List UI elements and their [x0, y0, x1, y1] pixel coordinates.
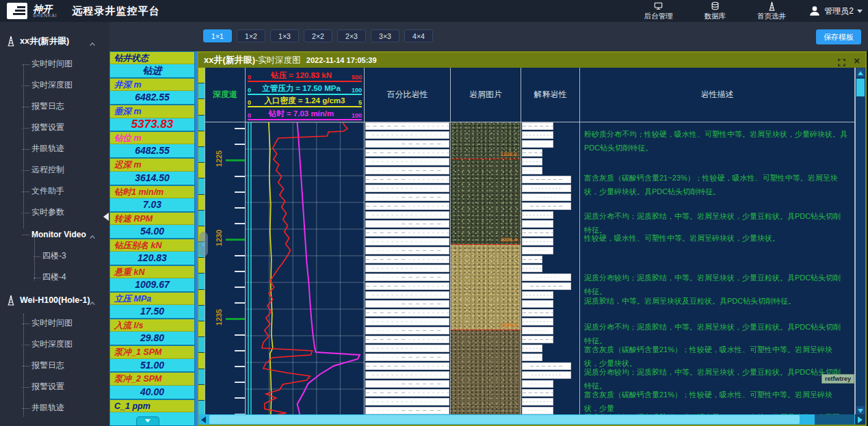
- tree-item[interactable]: 报警日志: [0, 355, 109, 376]
- tree-guide-line: [34, 235, 35, 280]
- depth-label: 1230: [215, 230, 223, 246]
- nav-label: 后台管理: [644, 12, 673, 21]
- save-template-button[interactable]: 保存模板: [816, 29, 861, 44]
- tree-item[interactable]: 实时时间图: [0, 312, 109, 334]
- nav-后台管理[interactable]: 后台管理: [644, 1, 673, 21]
- tree-item-label: 井眼轨迹: [31, 143, 64, 155]
- parameter-row: 钻井状态钻进: [110, 52, 194, 79]
- depth-tick-minor: [235, 271, 245, 272]
- interpreted-lithology-bar: - - - - - - - - -: [522, 238, 553, 245]
- layout-button-2×2[interactable]: 2×2: [304, 29, 332, 42]
- nav-数据库[interactable]: 数据库: [705, 1, 726, 21]
- curve-legend-row[interactable]: 0入口密度 = 1.24 g/cm35: [248, 95, 362, 108]
- layout-button-1×3[interactable]: 1×3: [270, 29, 299, 42]
- tree-item[interactable]: 报警设置: [0, 376, 109, 397]
- percent-lithology-row: — — — — — — - - - - - - - - -: [365, 282, 449, 290]
- interpreted-lithology-bar: · · · · · ·: [522, 220, 553, 228]
- parameter-label: 垂深 m: [110, 105, 194, 118]
- tree-item[interactable]: 四楼-3: [0, 245, 109, 267]
- lithology-description-body: 粉砂质分布不均；性较硬，吸水性、可塑性中等。岩屑呈块状，少量碎块状。具PDC钻头…: [580, 122, 854, 416]
- lithology-description-text: 泥质胶结，中等。岩屑呈块状及豆粒状。具PDC钻头切削特征。: [584, 295, 847, 308]
- curve-legend-row[interactable]: 0立管压力 = 17.50 MPa100: [248, 82, 362, 95]
- percent-lithology-row: — — — — — — - - - - - - - - -: [365, 229, 449, 237]
- parameter-value: 54.00: [110, 225, 194, 239]
- tree-item[interactable]: 实时时间图: [0, 53, 109, 75]
- tree-item[interactable]: 远程控制: [0, 159, 109, 181]
- chevron-up-icon[interactable]: [89, 39, 96, 44]
- tree-item-label: 报警日志: [31, 360, 64, 371]
- interpreted-lithology-bar: · · · · · ·: [522, 274, 571, 281]
- layout-button-4×4[interactable]: 4×4: [404, 29, 433, 42]
- percent-lithology-row: — — — — — — - - - - - - - - -: [365, 149, 449, 157]
- tree-item-label: 报警日志: [31, 101, 64, 112]
- parameter-row: 钻位 m6482.55: [110, 132, 194, 159]
- interpreted-lithology-bar: — — — — — —: [522, 122, 553, 130]
- layout-button-3×3[interactable]: 3×3: [371, 29, 399, 42]
- horizontal-scroll-track-end: [815, 414, 854, 425]
- app-root: 神开 SHENKAI 远程录井监控平台 后台管理数据库首页选井 管理员2 xx井…: [0, 0, 868, 426]
- expand-icon[interactable]: [838, 57, 845, 64]
- user-menu[interactable]: 管理员2: [808, 0, 863, 22]
- tree-item[interactable]: 井眼轨迹: [0, 138, 109, 159]
- scroll-right-icon[interactable]: [855, 414, 865, 425]
- chevron-up-icon[interactable]: [89, 232, 96, 237]
- horizontal-scrollbar[interactable]: [198, 414, 865, 425]
- interpreted-lithology-bar: — — — — — —: [522, 149, 542, 157]
- percent-lithology-row: - - - - - - - - - · · · · · ·: [365, 131, 449, 139]
- tree-item-label: 文件助手: [31, 185, 64, 197]
- tree-item[interactable]: 四楼-4: [0, 267, 109, 288]
- chevron-up-icon[interactable]: [89, 298, 96, 303]
- percent-lithology-row: · · · · · · — — — — — —: [365, 407, 449, 414]
- horizontal-scroll-thumb[interactable]: [209, 415, 800, 424]
- tree-item[interactable]: 文件助手: [0, 181, 109, 202]
- sidebar-collapse-arrow[interactable]: [103, 213, 109, 221]
- interpreted-lithology-bar: · · · · · ·: [522, 327, 553, 334]
- percent-lithology-row: · · · · · · — — — — — —: [365, 167, 449, 174]
- tree-item[interactable]: 实时参数: [0, 202, 109, 223]
- depth-track-body: 122512301235: [205, 122, 245, 416]
- tree-item-label: 报警设置: [31, 122, 64, 133]
- tree-item[interactable]: 实时深度图: [0, 334, 109, 355]
- depth-tick-major: [226, 318, 245, 320]
- layout-button-1×2[interactable]: 1×2: [237, 29, 265, 42]
- curve-legend-row[interactable]: 0钻时 = 7.03 min/m100: [248, 107, 362, 120]
- sample-depth-label: 1231.4: [501, 237, 517, 243]
- interpreted-lithology-bar: · · · · · ·: [522, 300, 553, 308]
- curve-legend-row[interactable]: 0钻压 = 120.83 kN500: [248, 69, 362, 82]
- parameter-row: 泵冲_1 SPM51.00: [110, 346, 194, 373]
- depth-tick-major: [226, 239, 245, 241]
- percent-lithology-row: — — — — — — - - - - - - - - -: [365, 176, 449, 183]
- percent-lithology-row: — — — — — — - - - - - - - - -: [365, 202, 449, 210]
- interpreted-lithology-bar: — — — — — —: [522, 309, 553, 317]
- parameter-dropdown-tab[interactable]: [136, 416, 159, 425]
- panel-collapse-handle[interactable]: ‹: [199, 232, 208, 256]
- parameter-row: 入流 l/s29.80: [110, 319, 194, 346]
- tree-item-label: 四楼-4: [42, 271, 66, 283]
- chart-window-titlebar: xx井(新井眼) -实时深度图 2022-11-14 17:05:39 ×: [198, 53, 865, 68]
- parameter-label: 转速 RPM: [110, 213, 194, 225]
- tree-item[interactable]: Monitor Video: [0, 223, 109, 245]
- vertical-scroll-thumb[interactable]: [856, 79, 865, 96]
- tree-item[interactable]: xx井(新井眼): [0, 29, 109, 53]
- percent-lithology-row: - - - - - - - - - · · · · · ·: [365, 265, 449, 272]
- scroll-left-icon[interactable]: [198, 414, 209, 425]
- vertical-scrollbar[interactable]: [855, 68, 865, 416]
- tree-item[interactable]: 井眼轨迹: [0, 397, 109, 418]
- close-icon[interactable]: ×: [854, 55, 860, 66]
- tree-item[interactable]: 实时深度图: [0, 75, 109, 96]
- column-interpreted-lithology: 解释岩性 — — — — — —- - - - - - - - -· · · ·…: [521, 68, 580, 416]
- tree-item-label: 远程控制: [31, 164, 64, 176]
- percent-lithology-row: - - - - - - - - - · · · · · ·: [365, 371, 449, 379]
- depth-tick-minor: [235, 207, 245, 209]
- parameter-row: 钻压别名 kN120.83: [110, 239, 194, 266]
- tree-item[interactable]: 报警设置: [0, 117, 109, 138]
- parameter-value: 3614.50: [110, 172, 194, 186]
- tree-item[interactable]: Wei-H100(Hole-1): [0, 288, 109, 312]
- layout-button-1×1[interactable]: 1×1: [203, 29, 232, 42]
- tree-item[interactable]: 报警日志: [0, 96, 109, 117]
- layout-button-2×3[interactable]: 2×3: [337, 29, 366, 42]
- nav-首页选井[interactable]: 首页选井: [757, 1, 786, 21]
- percent-lithology-row: · · · · · · — — — — — —: [365, 194, 449, 201]
- scroll-up-icon[interactable]: [856, 68, 865, 77]
- top-header: 神开 SHENKAI 远程录井监控平台 后台管理数据库首页选井 管理员2: [0, 0, 868, 22]
